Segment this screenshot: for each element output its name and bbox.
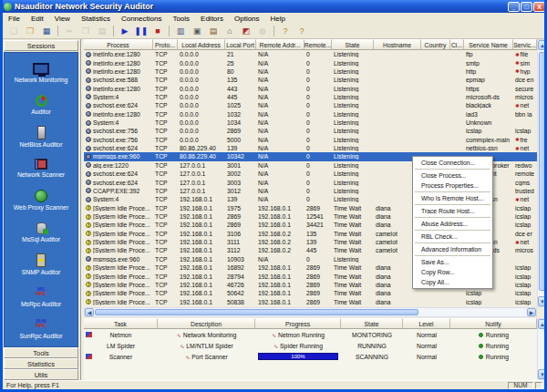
tab-utils[interactable]: Utils xyxy=(4,369,78,380)
sidebar-item-msrpc-auditor[interactable]: MSRPCMsRpc Auditor xyxy=(5,280,77,312)
tasks-vscrollbar[interactable]: ▲ ▼ xyxy=(537,318,547,380)
remote-address-cell: 192.168.0.1 xyxy=(256,213,304,220)
column-header-ci[interactable]: Ci... xyxy=(450,39,464,50)
context-menu-item-copy-row[interactable]: Copy Row... xyxy=(413,267,492,277)
title-bar[interactable]: Nsauditor Network Security Auditor _ □ X xyxy=(0,0,547,13)
table-row[interactable]: inetinfo.exe:1280TCP0.0.0.080N/A0Listeni… xyxy=(84,67,537,76)
connections-vscroll-thumb[interactable] xyxy=(539,52,546,291)
context-menu-item-process-properties[interactable]: Process Properties... xyxy=(413,181,492,191)
context-menu-item-close-connection[interactable]: Close Connection... xyxy=(413,158,492,168)
menu-options[interactable]: Options xyxy=(229,15,265,23)
service-name-cell: blackjack xyxy=(464,102,513,108)
scroll-up-icon[interactable]: ▲ xyxy=(538,319,547,329)
column-header-process[interactable]: Process xyxy=(84,39,153,50)
table-row[interactable]: inetinfo.exe:1280TCP0.0.0.021N/A0Listeni… xyxy=(84,50,537,58)
table-row[interactable]: System:4TCP0.0.0.01034N/A0ListeningUnkno… xyxy=(84,119,537,127)
context-help-icon[interactable]: ? xyxy=(294,25,309,37)
menu-tools[interactable]: Tools xyxy=(167,15,195,23)
sidebar-item-snmp-auditor[interactable]: SNMP Auditor xyxy=(5,248,77,280)
table-row[interactable]: System:4TCP0.0.0.0445N/A0Listeningmicros… xyxy=(84,93,537,101)
column-header-hostname[interactable]: Hostname xyxy=(374,39,421,50)
table-row[interactable]: svchost.exe:624TCP0.0.0.01025N/A0Listeni… xyxy=(84,101,537,109)
network-audit-icon[interactable]: ◩ xyxy=(239,25,253,37)
column-header-country[interactable]: Country xyxy=(421,39,450,50)
table-row[interactable]: inetinfo.exe:1280TCP0.0.0.01032N/A0Liste… xyxy=(84,110,537,119)
task-row[interactable]: Netmon∿Network Monitoring∿Netmon Running… xyxy=(84,329,537,340)
connections-hscroll-thumb[interactable] xyxy=(95,309,418,315)
context-menu-item-advanced-information[interactable]: Advanced Information xyxy=(413,244,492,254)
context-menu-item-close-process[interactable]: Close Process... xyxy=(413,170,492,181)
sidebar-item-web-proxy-scanner[interactable]: Web Proxy Scanner xyxy=(5,184,77,216)
table-row[interactable]: svchost.exe:756TCP0.0.0.05000N/A0Listeni… xyxy=(84,136,537,144)
start-icon[interactable]: ▶ xyxy=(118,25,132,37)
context-menu-item-trace-route-host[interactable]: Trace Route Host... xyxy=(413,206,492,216)
table-row[interactable]: ![System Idle Proce...TCP192.168.0.15064… xyxy=(84,289,537,297)
context-menu-item-save-as[interactable]: Save As... xyxy=(413,257,492,267)
tasks-column-header-notify[interactable]: Notify xyxy=(450,318,537,329)
warning-icon: ! xyxy=(86,273,91,279)
home-icon[interactable]: ⌂ xyxy=(222,25,237,37)
connections-vscrollbar[interactable]: ▲ ▼ xyxy=(537,39,547,307)
process-cell: svchost.exe:624 xyxy=(84,170,153,177)
connections-hscrollbar[interactable]: ◀ ▶ xyxy=(84,307,537,317)
help-icon[interactable]: ? xyxy=(278,25,293,37)
scroll-down-icon[interactable]: ▼ xyxy=(538,369,547,379)
tab-tools[interactable]: Tools xyxy=(4,347,78,358)
close-button[interactable]: X xyxy=(533,2,545,12)
menu-statistics[interactable]: Statistics xyxy=(76,15,116,23)
sidebar-item-network-scanner[interactable]: Network Scanner xyxy=(5,152,77,184)
column-header-state[interactable]: State xyxy=(332,39,374,50)
menu-editors[interactable]: Editors xyxy=(195,15,229,23)
context-menu-item-copy-all[interactable]: Copy All... xyxy=(413,277,492,287)
table-row[interactable]: svchost.exe:756TCP0.0.0.02869N/A0Listeni… xyxy=(84,127,537,135)
task-row[interactable]: Scanner∿Port Scanner100%SCANNINGNormalRu… xyxy=(84,351,537,362)
sidebar-item-sunrpc-auditor[interactable]: SUNRPCSunRpc Auditor xyxy=(5,312,77,344)
table-row[interactable]: inetinfo.exe:1280TCP0.0.0.025N/A0Listeni… xyxy=(84,58,537,67)
connection-icon xyxy=(86,197,91,202)
table-row[interactable]: svchost.exe:624TCP80.86.229.40139N/A0Lis… xyxy=(84,144,537,152)
tasks-column-header-task[interactable]: Task xyxy=(84,318,158,329)
table-row[interactable]: inetinfo.exe:1280TCP0.0.0.0443N/A0Listen… xyxy=(84,84,537,92)
tasks-column-header-description[interactable]: Description xyxy=(158,318,255,329)
tasks-column-header-state[interactable]: State xyxy=(341,318,403,329)
menu-file[interactable]: File xyxy=(3,15,26,23)
tasks-column-header-level[interactable]: Level xyxy=(403,318,450,329)
table-row[interactable]: ![System Idle Proce...TCP192.168.0.15083… xyxy=(84,297,537,305)
local-address-cell: 192.168.0.1 xyxy=(178,196,225,202)
menu-view[interactable]: View xyxy=(49,15,76,23)
column-header-local-address[interactable]: Local Address xyxy=(178,39,225,50)
open-icon[interactable]: ❒ xyxy=(23,25,37,37)
menu-help[interactable]: Help xyxy=(265,15,291,23)
stop-icon[interactable]: ■ xyxy=(150,25,165,37)
context-menu-item-abuse-address[interactable]: Abuse Address... xyxy=(413,219,492,229)
column-header-service-name[interactable]: Service Name xyxy=(464,39,513,50)
scroll-up-icon[interactable]: ▲ xyxy=(538,40,547,50)
report-icon[interactable]: ▤ xyxy=(206,25,221,37)
scroll-right-icon[interactable]: ▶ xyxy=(527,308,536,316)
menu-edit[interactable]: Edit xyxy=(26,15,49,23)
sidebar-item-mssql-auditor[interactable]: MsSql Auditor xyxy=(5,216,77,248)
column-header-remote-addr[interactable]: Remote Addr... xyxy=(256,39,304,50)
netstat-icon[interactable]: ▥ xyxy=(173,25,188,37)
tab-statistics[interactable]: Statistics xyxy=(4,358,78,369)
scroll-down-icon[interactable]: ▼ xyxy=(538,296,547,306)
column-header-remote[interactable]: Remote... xyxy=(304,39,332,50)
column-header-local-port[interactable]: Local Port xyxy=(225,39,256,50)
column-header-servic[interactable]: Servic... xyxy=(513,39,537,50)
sidebar-item-auditor[interactable]: Auditor xyxy=(5,88,77,120)
scroll-left-icon[interactable]: ◀ xyxy=(85,308,94,316)
sidebar-item-network-monitoring[interactable]: Network Monitoring xyxy=(5,57,77,88)
menu-connections[interactable]: Connections xyxy=(116,15,167,23)
remote-computer-icon[interactable]: ▣ xyxy=(190,25,204,37)
minimize-button[interactable]: _ xyxy=(508,2,520,12)
column-header-proto[interactable]: Proto... xyxy=(153,39,178,50)
context-menu-item-who-is-remote-host[interactable]: Who Is Remote Host... xyxy=(413,193,492,203)
task-row[interactable]: LM Spider∿LM/NTLM Spider∿Spider RunningR… xyxy=(84,340,537,351)
sidebar-item-netbios-auditor[interactable]: NetBios Auditor xyxy=(5,120,77,152)
tasks-column-header-progress[interactable]: Progress xyxy=(255,318,341,329)
context-menu-item-rbl-check[interactable]: RBL Check... xyxy=(413,232,492,242)
table-row[interactable]: svchost.exe:588TCP0.0.0.0135N/A0Listenin… xyxy=(84,76,537,84)
pause-icon[interactable]: ❚❚ xyxy=(134,25,149,37)
save-icon[interactable]: ▦ xyxy=(39,25,54,37)
maximize-button[interactable]: □ xyxy=(521,2,532,12)
